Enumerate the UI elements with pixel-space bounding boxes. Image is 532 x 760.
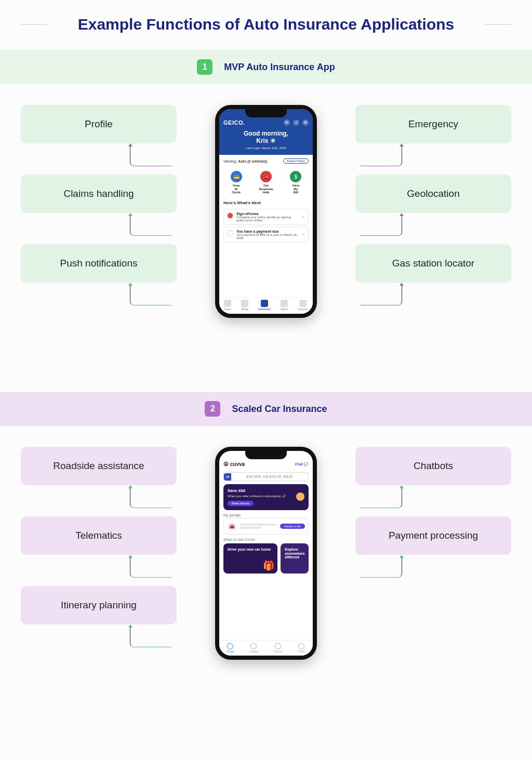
connector-line [130, 215, 171, 236]
tab-policy[interactable]: Policy [224, 300, 231, 311]
tab-insights[interactable]: Insights [249, 643, 258, 653]
gb-plate-icon: GB [224, 473, 231, 481]
quick-label: GetRoadsideHelp [251, 184, 281, 194]
feature-pill: Chatbots [355, 447, 511, 485]
way-card-2[interactable]: Explore somewhere different [281, 543, 309, 574]
quick-action[interactable]: 💳 ViewIDCards [221, 171, 251, 194]
card-dot-icon [227, 230, 233, 236]
connector-line [130, 557, 171, 578]
section-band: 2 Scaled Car Insurance [0, 392, 532, 426]
car-icon: 🚘 [227, 522, 236, 531]
chevron-right-icon: → [301, 232, 305, 237]
section-body: Roadside assistance Telematics Itinerary… [0, 447, 532, 717]
tab-icon [261, 300, 268, 307]
ways-label: Ways to use Cuvva [223, 538, 309, 541]
connector-line [361, 145, 402, 166]
way-title: Drive your new car home [228, 548, 273, 552]
last-login: Last Login: March 15th, 2020 [223, 146, 309, 150]
phone-notch [245, 451, 287, 459]
section-band: 1 MVP Auto Insurance App [0, 50, 532, 84]
connector-line [130, 145, 171, 166]
quick-icon: 💳 [231, 171, 242, 182]
insure-button[interactable]: Insure a car [280, 524, 305, 529]
phone-mock-cuvva: ⦿ cuvva Chat 💬 GB Save £60 When you refe… [215, 447, 317, 660]
section-title: Scaled Car Insurance [232, 404, 327, 415]
garage-label: My garage [223, 513, 309, 517]
card-dot-icon [227, 212, 233, 219]
section-number-badge: 1 [197, 59, 212, 75]
tab-icon [224, 300, 231, 307]
feature-pill: Roadside assistance [21, 447, 177, 485]
tab-icon [275, 643, 281, 649]
tab-icon [227, 643, 233, 649]
section-title: MVP Auto Insurance App [224, 62, 335, 73]
next-card[interactable]: You have a payment due Your payment of $… [223, 226, 309, 243]
quick-action[interactable]: 🚗 GetRoadsideHelp [251, 171, 281, 194]
card-title: You have a payment due [236, 230, 298, 233]
connector-line [361, 285, 402, 305]
feature-pill: Emergency [355, 105, 511, 143]
refer-button[interactable]: Refer friends [228, 501, 254, 506]
tab-icon [241, 300, 248, 307]
section-body: Profile Claims handling Push notificatio… [0, 105, 532, 375]
feature-pill: Push notifications [21, 244, 177, 283]
brand-logo: GEICO. [223, 119, 245, 126]
chat-button[interactable]: Chat 💬 [295, 462, 309, 466]
viewing: Viewing: Auto (2 vehicles) [223, 159, 267, 163]
inbox-icon[interactable]: ✉ [284, 119, 290, 126]
feature-pill: Claims handling [21, 175, 177, 213]
next-card[interactable]: Sign eForms Complete your policy quickly… [223, 209, 309, 225]
phone-mock-geico: GEICO. ✉ ? ⚙ Good morning,Kris ☀ Last Lo… [215, 105, 317, 318]
tab-billing[interactable]: Billing [241, 300, 248, 311]
tab-dashboard[interactable]: Dashboard [258, 300, 270, 311]
quick-label: ViewIDCards [221, 184, 251, 194]
gear-icon[interactable]: ⚙ [302, 119, 309, 126]
rule-right [485, 24, 511, 25]
friend-avatar-icon [296, 492, 304, 501]
tab-home[interactable]: Home [227, 643, 234, 653]
phone-notch [245, 109, 287, 117]
tab-icon [298, 643, 304, 649]
connector-line [130, 285, 171, 305]
feature-pill: Itinerary planning [21, 586, 177, 624]
promo-title: Save £60 [228, 488, 304, 493]
feature-pill: Payment processing [355, 516, 511, 555]
next-header: Here's What's Next [219, 198, 313, 207]
feature-pill: Gas station locator [355, 244, 511, 283]
connector-line [361, 487, 402, 508]
help-icon[interactable]: ? [293, 119, 299, 126]
switch-policy-button[interactable]: Switch Policy [283, 158, 309, 164]
tab-profile[interactable]: Profile [298, 643, 305, 653]
rule-left [21, 24, 47, 25]
reg-field[interactable] [231, 473, 308, 481]
tab-icon [299, 300, 307, 307]
way-title: Explore somewhere different [285, 548, 304, 559]
feature-pill: Geolocation [355, 175, 511, 213]
gift-icon: 🎁 [263, 560, 274, 571]
card-desc: Your payment of $83.12 is due on March 1… [236, 233, 298, 239]
page-title-row: Example Functions of Auto Insurance Appl… [0, 16, 532, 33]
promo-desc: When you refer a friend to subscription … [228, 494, 304, 498]
tab-discover[interactable]: Discover [298, 300, 308, 311]
garage-card[interactable]: 🚘 Insure a car [223, 518, 309, 535]
page-title: Example Functions of Auto Insurance Appl… [57, 16, 475, 33]
greeting: Good morning,Kris ☀ [223, 130, 309, 144]
brand-logo: ⦿ cuvva [223, 461, 245, 467]
quick-action[interactable]: $ ViewMyBill [281, 171, 311, 194]
feature-pill: Telematics [21, 516, 177, 555]
way-card-1[interactable]: Drive your new car home 🎁 [223, 543, 277, 574]
quick-label: ViewMyBill [281, 184, 311, 194]
tab-icon [281, 300, 288, 307]
section-number-badge: 2 [205, 401, 220, 417]
feature-pill: Profile [21, 105, 177, 143]
tab-friends[interactable]: Friends [274, 643, 283, 653]
quick-icon: 🚗 [260, 171, 272, 182]
vehicle-reg-input[interactable]: GB [223, 472, 309, 481]
tab-claims[interactable]: Claims [280, 300, 288, 311]
card-desc: Complete your policy quickly by signing … [236, 216, 298, 222]
tab-icon [250, 643, 257, 649]
connector-line [130, 626, 171, 647]
quick-icon: $ [290, 171, 301, 182]
chat-icon: 💬 [304, 462, 309, 466]
promo-card[interactable]: Save £60 When you refer a friend to subs… [223, 484, 309, 510]
